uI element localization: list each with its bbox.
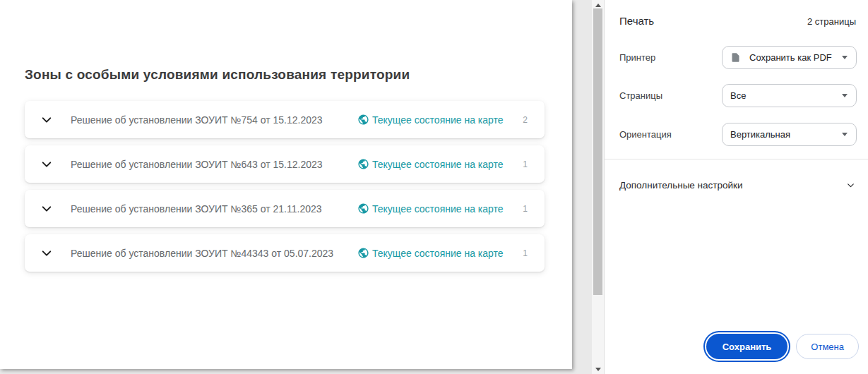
page-count: 2 страницы [807,16,856,27]
list-item[interactable]: Решение об установлении ЗОУИТ №643 от 15… [25,145,545,183]
pages-label: Страницы [619,90,722,101]
list-item[interactable]: Решение об установлении ЗОУИТ №44343 от … [25,234,545,272]
map-state-link-label: Текущее состояние на карте [372,114,504,126]
page-content: Зоны с особыми условиями использования т… [0,0,572,272]
zouit-list: Решение об установлении ЗОУИТ №754 от 15… [25,101,545,272]
chevron-down-icon[interactable] [40,158,53,171]
list-item-label: Решение об установлении ЗОУИТ №754 от 15… [71,114,357,126]
triangle-up-icon [595,4,601,7]
scrollbar-thumb[interactable] [593,8,602,295]
save-button[interactable]: Сохранить [706,334,788,359]
scrollbar-down-arrow[interactable] [592,364,604,374]
map-state-link[interactable]: Текущее состояние на карте [357,247,504,259]
dropdown-caret-icon [842,133,848,136]
orientation-field-row: Ориентация Вертикальная [605,123,868,146]
orientation-value: Вертикальная [730,129,790,140]
document-icon [730,52,741,63]
orientation-select[interactable]: Вертикальная [722,123,857,146]
printer-label: Принтер [619,52,722,63]
globe-icon [357,203,369,215]
printer-value: Сохранить как PDF [749,52,832,63]
list-item-label: Решение об установлении ЗОУИТ №365 от 21… [71,203,357,215]
cancel-button[interactable]: Отмена [796,334,859,359]
dropdown-caret-icon [842,94,848,97]
more-settings-toggle[interactable]: Дополнительные настройки [605,180,868,191]
print-dialog: Печать 2 страницы Принтер Сохранить как … [604,0,868,374]
pages-field-row: Страницы Все [605,84,868,107]
more-settings-label: Дополнительные настройки [619,180,743,191]
globe-icon [357,247,369,259]
item-count-badge: 1 [523,159,528,169]
map-state-link[interactable]: Текущее состояние на карте [357,203,504,215]
list-item[interactable]: Решение об установлении ЗОУИТ №365 от 21… [25,190,545,227]
preview-scrollbar[interactable] [592,0,604,374]
chevron-down-icon[interactable] [40,247,53,260]
map-state-link[interactable]: Текущее состояние на карте [357,114,504,126]
chevron-down-icon[interactable] [40,114,53,126]
globe-icon [357,114,369,126]
printer-field-row: Принтер Сохранить как PDF [605,46,868,69]
preview-page: Зоны с особыми условиями использования т… [0,0,572,369]
page-title: Зоны с особыми условиями использования т… [25,66,572,83]
dropdown-caret-icon [842,56,848,59]
item-count-badge: 1 [523,204,528,214]
orientation-label: Ориентация [619,129,722,140]
map-state-link-label: Текущее состояние на карте [372,203,504,215]
dialog-footer: Сохранить Отмена [706,334,859,359]
pages-select[interactable]: Все [722,84,857,107]
list-item[interactable]: Решение об установлении ЗОУИТ №754 от 15… [25,101,545,138]
dialog-title: Печать [619,15,654,27]
divider [605,159,868,159]
item-count-badge: 1 [523,248,528,258]
print-dialog-header: Печать 2 страницы [605,0,868,27]
item-count-badge: 2 [523,115,528,125]
chevron-down-icon [846,181,855,190]
triangle-down-icon [595,368,601,371]
printer-select[interactable]: Сохранить как PDF [722,46,857,69]
print-preview-area: Зоны с особыми условиями использования т… [0,0,604,374]
list-item-label: Решение об установлении ЗОУИТ №44343 от … [71,248,357,259]
pages-value: Все [730,90,746,101]
chevron-down-icon[interactable] [40,203,53,215]
map-state-link[interactable]: Текущее состояние на карте [357,158,504,170]
globe-icon [357,158,369,170]
map-state-link-label: Текущее состояние на карте [372,248,504,259]
list-item-label: Решение об установлении ЗОУИТ №643 от 15… [71,159,357,170]
map-state-link-label: Текущее состояние на карте [372,159,504,170]
